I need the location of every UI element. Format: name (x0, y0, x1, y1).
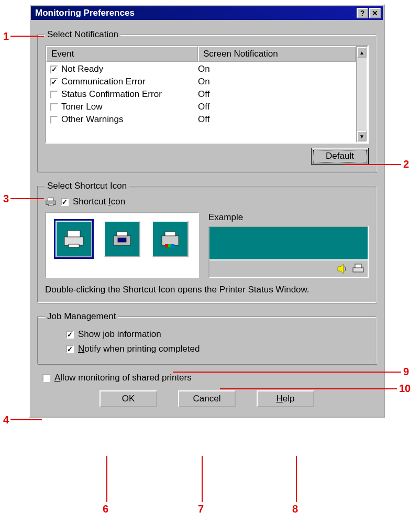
notify-complete-checkbox[interactable] (66, 345, 74, 353)
checkbox-comm-error[interactable] (50, 78, 58, 86)
select-shortcut-legend: Select Shortcut Icon (45, 181, 129, 191)
callout-7: 7 (198, 503, 204, 515)
row-value: Off (198, 102, 352, 112)
callout-line (296, 456, 297, 502)
help-button[interactable]: ? (357, 8, 368, 18)
scroll-up-icon[interactable]: ▲ (357, 47, 367, 58)
titlebar: Monitoring Preferences ? ✕ (31, 6, 383, 20)
scrollbar[interactable]: ▲ ▼ (356, 46, 368, 143)
close-button[interactable]: ✕ (369, 8, 381, 18)
monitoring-preferences-dialog: Monitoring Preferences ? ✕ Select Notifi… (29, 4, 385, 418)
row-label: Toner Low (61, 102, 102, 112)
checkbox-not-ready[interactable] (50, 66, 58, 73)
list-row[interactable]: Other Warnings Off (46, 113, 356, 126)
callout-line (173, 372, 401, 373)
row-label: Communication Error (61, 77, 146, 87)
speaker-icon (336, 263, 349, 275)
show-job-label: Show job information (78, 329, 161, 340)
notify-complete-label: Notify when printing completed (78, 344, 200, 354)
svg-rect-4 (68, 231, 80, 237)
svg-rect-5 (69, 244, 79, 247)
shared-printers-checkbox[interactable] (42, 374, 50, 382)
printer-icon-option-1[interactable] (56, 221, 92, 257)
list-header: Event Screen Notification (46, 46, 356, 62)
checkbox-other-warn[interactable] (50, 116, 58, 124)
callout-10: 10 (399, 383, 411, 395)
notification-list: Event Screen Notification Not Ready On C… (45, 45, 369, 144)
default-button-label: Default (326, 151, 354, 161)
job-management-legend: Job Management (45, 311, 118, 322)
shortcut-hint-text: Double-clicking the Shortcut Icon opens … (45, 285, 369, 295)
window-title: Monitoring Preferences (33, 8, 356, 18)
row-value: Off (198, 89, 352, 100)
svg-rect-16 (355, 264, 361, 268)
show-job-checkbox[interactable] (66, 331, 74, 339)
callout-4: 4 (3, 414, 9, 426)
ok-button-label: OK (122, 394, 135, 404)
list-rows: Not Ready On Communication Error On Stat… (46, 62, 356, 127)
svg-marker-14 (338, 264, 344, 274)
svg-rect-2 (48, 204, 53, 206)
callout-line (220, 388, 397, 389)
svg-rect-13 (171, 244, 174, 247)
callout-1: 1 (3, 30, 9, 42)
callout-9: 9 (403, 366, 409, 378)
checkbox-status-conf[interactable] (50, 91, 58, 99)
list-row[interactable]: Not Ready On (46, 63, 356, 75)
shortcut-icon-label: Shortcut Icon (73, 197, 125, 207)
list-row[interactable]: Status Confirmation Error Off (46, 88, 356, 101)
callout-line (345, 164, 401, 165)
default-button[interactable]: Default (311, 148, 369, 165)
scroll-down-icon[interactable]: ▼ (357, 131, 367, 141)
list-row[interactable]: Communication Error On (46, 75, 356, 88)
row-label: Status Confirmation Error (61, 89, 162, 100)
svg-rect-15 (353, 268, 363, 272)
ok-button[interactable]: OK (100, 390, 157, 407)
svg-rect-12 (168, 244, 171, 247)
row-label: Other Warnings (61, 114, 123, 125)
icon-selection-panel (45, 212, 199, 278)
printer-icon-option-3[interactable] (152, 221, 189, 257)
callout-line (202, 456, 203, 502)
row-value: On (198, 64, 352, 74)
svg-rect-1 (48, 198, 54, 201)
header-notification[interactable]: Screen Notification (198, 46, 356, 62)
header-event[interactable]: Event (46, 46, 198, 62)
cancel-button[interactable]: Cancel (178, 390, 236, 407)
callout-line (10, 36, 44, 37)
svg-rect-10 (165, 232, 175, 236)
callout-3: 3 (3, 193, 9, 205)
printer-icon-option-2[interactable] (104, 221, 140, 257)
example-column: Example (208, 212, 369, 278)
example-preview (208, 226, 369, 278)
job-management-group: Job Management Show job information Noti… (37, 311, 377, 364)
cancel-button-label: Cancel (193, 394, 221, 404)
help-dialog-button[interactable]: Help (257, 390, 314, 407)
shortcut-icon-checkbox[interactable] (61, 198, 69, 206)
dialog-button-row: OK Cancel Help (37, 390, 377, 407)
row-value: On (198, 77, 352, 87)
callout-6: 6 (103, 503, 108, 515)
list-row[interactable]: Toner Low Off (46, 101, 356, 113)
dialog-body: Select Notification Event Screen Notific… (31, 20, 383, 416)
printer-tray-icon (352, 263, 364, 275)
row-value: Off (198, 114, 352, 125)
select-notification-group: Select Notification Event Screen Notific… (37, 29, 377, 172)
callout-8: 8 (292, 503, 298, 515)
example-label: Example (208, 212, 369, 223)
printer-icon (45, 197, 57, 207)
taskbar-tray (209, 259, 368, 277)
select-shortcut-group: Select Shortcut Icon Shortcut Icon (37, 181, 377, 303)
svg-rect-11 (165, 244, 168, 247)
callout-line (10, 198, 44, 199)
callout-line (106, 456, 107, 502)
checkbox-toner-low[interactable] (50, 103, 58, 111)
row-label: Not Ready (61, 64, 103, 74)
callout-line (10, 419, 42, 420)
svg-rect-7 (117, 232, 127, 236)
callout-2: 2 (403, 158, 409, 170)
select-notification-legend: Select Notification (45, 29, 120, 40)
svg-rect-9 (162, 236, 179, 245)
shared-printers-label: Allow monitoring of shared printers (54, 373, 192, 383)
svg-rect-8 (118, 238, 126, 242)
